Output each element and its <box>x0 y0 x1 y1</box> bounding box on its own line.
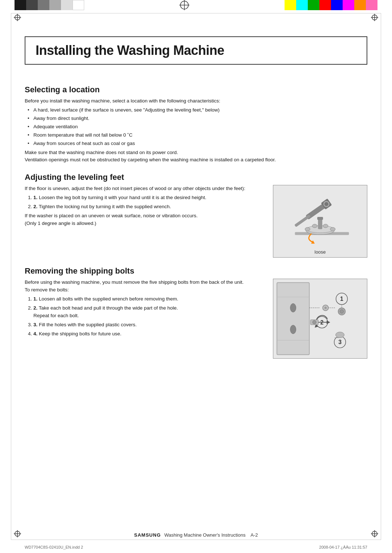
leveling-step-2: 2. Tighten the locking nut by turning it… <box>33 203 266 211</box>
page-border-bottom <box>11 540 381 540</box>
svg-text:3: 3 <box>338 339 342 346</box>
leveling-image-col: loose <box>273 185 367 258</box>
swatch-orange <box>354 0 366 10</box>
swatch-yellow <box>285 0 296 10</box>
center-crosshair <box>84 0 285 10</box>
leveling-intro: If the floor is uneven, adjust the feet … <box>25 185 266 193</box>
svg-text:loose: loose <box>315 250 326 255</box>
bullet-2: Away from direct sunlight. <box>33 115 367 122</box>
svg-point-35 <box>290 304 296 312</box>
meta-right: 2008-04-17 ¿ÀÀu 11:31:57 <box>319 545 367 549</box>
svg-point-44 <box>340 310 344 314</box>
selecting-bullets: A hard, level surface (if the surface is… <box>33 106 367 148</box>
color-bar-top <box>0 0 392 10</box>
page-title: Installing the Washing Machine <box>36 43 356 58</box>
section-selecting-body: Before you install the washing machine, … <box>25 97 367 164</box>
bolts-step-4: 4. Keep the shipping bolts for future us… <box>33 330 266 338</box>
footer: SAMSUNG Washing Machine Owner's Instruct… <box>25 532 367 538</box>
selecting-intro: Before you install the washing machine, … <box>25 97 367 105</box>
svg-point-51 <box>336 332 344 338</box>
meta-left: WD7704C8S-02410U_EN.indd 2 <box>25 545 83 549</box>
svg-point-22 <box>323 224 328 228</box>
svg-rect-32 <box>277 283 309 355</box>
title-box: Installing the Washing Machine <box>25 36 367 65</box>
swatch-cyan <box>296 0 308 10</box>
swatch-dark-gray <box>26 0 38 10</box>
leveling-step-1: 1. Loosen the leg bolt by turning it wit… <box>33 194 266 202</box>
swatch-green <box>308 0 319 10</box>
svg-point-36 <box>290 325 296 334</box>
bullet-3: Adequate ventilation <box>33 123 367 131</box>
leveling-illustration: loose <box>273 185 367 258</box>
leveling-note1: If the washer is placed on an uneven or … <box>25 212 266 220</box>
swatch-gray <box>38 0 49 10</box>
swatch-red <box>319 0 331 10</box>
swatch-black <box>15 0 26 10</box>
leveling-svg: loose <box>273 185 367 258</box>
meta-bar: WD7704C8S-02410U_EN.indd 2 2008-04-17 ¿À… <box>25 545 367 549</box>
bolts-step-1: 1. Loosen all bolts with the supplied wr… <box>33 295 266 303</box>
color-swatches-left <box>15 0 84 10</box>
bolts-two-col: Before using the washing machine, you mu… <box>25 279 367 359</box>
swatch-lighter-gray <box>61 0 73 10</box>
svg-rect-24 <box>317 217 323 220</box>
section-selecting-title: Selecting a location <box>25 85 367 94</box>
bullet-5: Away from sources of heat such as coal o… <box>33 140 367 148</box>
leveling-note2: (Only 1 degree angle is allowed.) <box>25 220 266 227</box>
bolts-step-2: 2. Take each bolt head and pull it throu… <box>33 304 266 320</box>
selecting-note1: Make sure that the washing machine does … <box>25 149 367 157</box>
svg-point-55 <box>324 307 327 309</box>
leveling-steps: 1. Loosen the leg bolt by turning it wit… <box>33 194 266 211</box>
footer-text: Washing Machine Owner's Instructions A-2 <box>163 532 258 538</box>
bullet-4: Room temperature that will not fall belo… <box>33 132 367 139</box>
page-border-left <box>11 13 11 540</box>
section-leveling-title: Adjusting the leveling feet <box>25 173 367 182</box>
selecting-note2: Ventilation openings must not be obstruc… <box>25 156 367 164</box>
reg-mark-tr <box>371 14 378 23</box>
footer-brand: SAMSUNG <box>134 532 161 538</box>
swatch-blue <box>331 0 343 10</box>
page-border-right <box>381 13 381 540</box>
bullet-1: A hard, level surface (if the surface is… <box>33 106 367 114</box>
svg-text:1: 1 <box>340 296 343 302</box>
swatch-white <box>73 0 84 10</box>
section-bolts: Removing the shipping bolts Before using… <box>25 266 367 359</box>
color-swatches-right <box>285 0 377 10</box>
section-leveling: Adjusting the leveling feet If the floor… <box>25 173 367 258</box>
bolts-illustration: 1 2 3 <box>273 279 367 359</box>
bolts-steps: 1. Loosen all bolts with the supplied wr… <box>33 295 266 338</box>
bolts-svg: 1 2 3 <box>273 279 367 359</box>
svg-point-20 <box>330 227 335 231</box>
swatch-light-gray <box>49 0 61 10</box>
swatch-magenta <box>343 0 354 10</box>
reg-mark-tl <box>14 14 21 23</box>
svg-point-48 <box>313 320 316 324</box>
swatch-pink <box>366 0 377 10</box>
leveling-text: If the floor is uneven, adjust the feet … <box>25 185 266 227</box>
bolts-intro: Before using the washing machine, you mu… <box>25 279 266 286</box>
reg-mark-bl <box>14 530 21 539</box>
bolts-image-col: 1 2 3 <box>273 279 367 359</box>
bolts-step-3: 3. Fill the holes with the supplied plas… <box>33 321 266 329</box>
bolts-text: Before using the washing machine, you mu… <box>25 279 266 339</box>
leveling-two-col: If the floor is uneven, adjust the feet … <box>25 185 367 258</box>
reg-mark-br <box>371 530 378 539</box>
bolts-sub-intro: To remove the bolts: <box>25 286 266 294</box>
svg-point-19 <box>305 227 310 231</box>
main-content: Installing the Washing Machine Selecting… <box>25 22 367 531</box>
page-border-top <box>11 13 381 13</box>
svg-point-21 <box>312 224 317 228</box>
section-bolts-title: Removing the shipping bolts <box>25 266 367 276</box>
section-selecting: Selecting a location Before you install … <box>25 85 367 164</box>
